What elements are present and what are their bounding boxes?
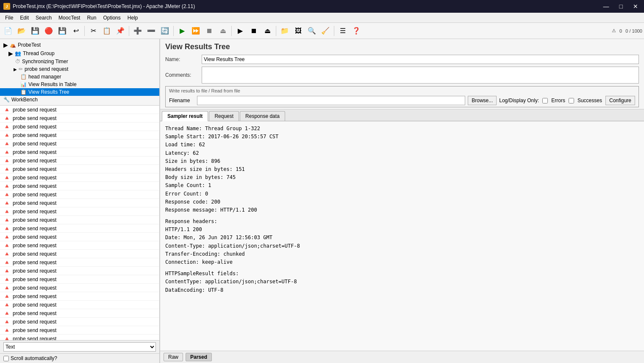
result-item[interactable]: 🔺probe send request [0, 182, 159, 190]
result-item[interactable]: 🔺probe send request [0, 123, 159, 131]
result-item[interactable]: 🔺probe send request [0, 318, 159, 326]
template-button[interactable]: 📁 [278, 25, 291, 37]
probetest-icon: ▶ [3, 42, 8, 48]
search2-button[interactable]: 🔍 [305, 25, 318, 37]
browse-button[interactable]: Browse... [468, 96, 497, 105]
result-item[interactable]: 🔺probe send request [0, 224, 159, 233]
close-button[interactable]: ✕ [630, 3, 641, 10]
help-button[interactable]: ❓ [350, 25, 363, 37]
result-item[interactable]: 🔺probe send request [0, 258, 159, 267]
shutdown-button[interactable]: ⏏ [217, 25, 229, 37]
result-success-icon: 🔺 [3, 200, 10, 206]
result-item[interactable]: 🔺probe send request [0, 301, 159, 309]
result-success-icon: 🔺 [3, 285, 10, 291]
scroll-auto-checkbox[interactable] [3, 356, 9, 361]
toolbar-sep-4 [231, 26, 232, 36]
new-button[interactable]: 📄 [2, 25, 14, 37]
tree-item-probe[interactable]: ▶ ✏ probe send request [0, 65, 159, 73]
result-item[interactable]: 🔺probe send request [0, 207, 159, 216]
menu-search[interactable]: Search [32, 14, 55, 22]
name-label: Name: [165, 56, 199, 62]
close-button[interactable]: 🔴 [42, 25, 55, 37]
minimize-button[interactable]: — [601, 3, 612, 10]
clear2-button[interactable]: 🧹 [319, 25, 332, 37]
open-button[interactable]: 📂 [15, 25, 28, 37]
add-button[interactable]: ➕ [131, 25, 144, 37]
format-select[interactable]: Text [3, 342, 156, 352]
result-label: probe send request [13, 243, 56, 249]
menu-help[interactable]: Help [124, 14, 142, 22]
remove-button[interactable]: ➖ [145, 25, 158, 37]
cut-button[interactable]: ✂ [87, 25, 100, 37]
result-line [165, 214, 639, 218]
tab-response-data[interactable]: Response data [240, 111, 285, 121]
result-success-icon: 🔺 [3, 327, 10, 333]
result-item[interactable]: 🔺probe send request [0, 241, 159, 250]
result-success-icon: 🔺 [3, 293, 10, 299]
clear-button[interactable]: 🔄 [158, 25, 171, 37]
remote-exit-button[interactable]: ⏏ [261, 25, 274, 37]
name-input[interactable] [202, 55, 639, 64]
start-no-pause-button[interactable]: ⏩ [189, 25, 202, 37]
successes-checkbox[interactable] [569, 98, 574, 103]
result-item[interactable]: 🔺probe send request [0, 106, 159, 114]
result-item[interactable]: 🔺probe send request [0, 140, 159, 148]
saveas-button[interactable]: 💾 [56, 25, 69, 37]
save-image-button[interactable]: 🖼 [292, 25, 305, 37]
result-item[interactable]: 🔺probe send request [0, 131, 159, 140]
tree-item-headmanager[interactable]: 📋 head manager [0, 73, 159, 81]
menu-file[interactable]: File [2, 14, 17, 22]
remote-start-button[interactable]: ▶ [234, 25, 247, 37]
result-item[interactable]: 🔺probe send request [0, 233, 159, 241]
result-item[interactable]: 🔺probe send request [0, 267, 159, 275]
tree-item-synctimer[interactable]: ⏱ Synchronizing Timer [0, 58, 159, 65]
tree-item-workbench[interactable]: 🔧 WorkBench [0, 96, 159, 103]
raw-button[interactable]: Raw [164, 353, 183, 361]
copy-button[interactable]: 📋 [100, 25, 113, 37]
menu-mooctest[interactable]: MoocTest [55, 14, 83, 22]
tab-request[interactable]: Request [209, 111, 239, 121]
parsed-button[interactable]: Parsed [186, 353, 212, 361]
list-button[interactable]: ☰ [336, 25, 349, 37]
configure-button[interactable]: Configure [605, 96, 635, 105]
paste-button[interactable]: 📌 [114, 25, 127, 37]
maximize-button[interactable]: □ [617, 3, 625, 10]
result-item[interactable]: 🔺probe send request [0, 250, 159, 258]
result-item[interactable]: 🔺probe send request [0, 335, 159, 340]
menu-run[interactable]: Run [83, 14, 100, 22]
result-item[interactable]: 🔺probe send request [0, 326, 159, 335]
errors-checkbox[interactable] [542, 98, 548, 103]
remote-stop-button[interactable]: ⏹ [247, 25, 260, 37]
result-item[interactable]: 🔺probe send request [0, 216, 159, 224]
result-item[interactable]: 🔺probe send request [0, 148, 159, 156]
result-label: probe send request [13, 166, 56, 172]
result-item[interactable]: 🔺probe send request [0, 165, 159, 173]
tree-item-resultstree[interactable]: 📋 View Results Tree [0, 88, 159, 96]
comments-input[interactable] [202, 67, 639, 84]
synctimer-label: Synchronizing Timer [22, 59, 68, 64]
result-success-icon: 🔺 [3, 310, 10, 316]
tree-item-threadgroup[interactable]: ▶ 👥 Thread Group [0, 49, 159, 58]
save-button[interactable]: 💾 [29, 25, 42, 37]
menu-options[interactable]: Options [100, 14, 124, 22]
result-item[interactable]: 🔺probe send request [0, 190, 159, 199]
result-item[interactable]: 🔺probe send request [0, 199, 159, 207]
result-item[interactable]: 🔺probe send request [0, 173, 159, 182]
filename-input[interactable] [197, 96, 465, 105]
start-button[interactable]: ▶ [176, 25, 189, 37]
tab-sampler-result[interactable]: Sampler result [162, 111, 208, 121]
tree-item-resultstable[interactable]: 📊 View Results in Table [0, 81, 159, 88]
result-item[interactable]: 🔺probe send request [0, 275, 159, 284]
tree-item-probetest[interactable]: ▶ ⛺ ProbeTest [0, 41, 159, 49]
resultstree-icon: 📋 [20, 89, 27, 95]
result-item[interactable]: 🔺probe send request [0, 292, 159, 301]
result-success-icon: 🔺 [3, 318, 10, 325]
revert-button[interactable]: ↩ [69, 25, 82, 37]
result-item[interactable]: 🔺probe send request [0, 156, 159, 165]
result-item[interactable]: 🔺probe send request [0, 284, 159, 292]
probetest-label: ProbeTest [18, 42, 41, 48]
result-item[interactable]: 🔺probe send request [0, 309, 159, 318]
stop-button[interactable]: ⏹ [203, 25, 216, 37]
result-item[interactable]: 🔺probe send request [0, 114, 159, 123]
menu-edit[interactable]: Edit [17, 14, 32, 22]
